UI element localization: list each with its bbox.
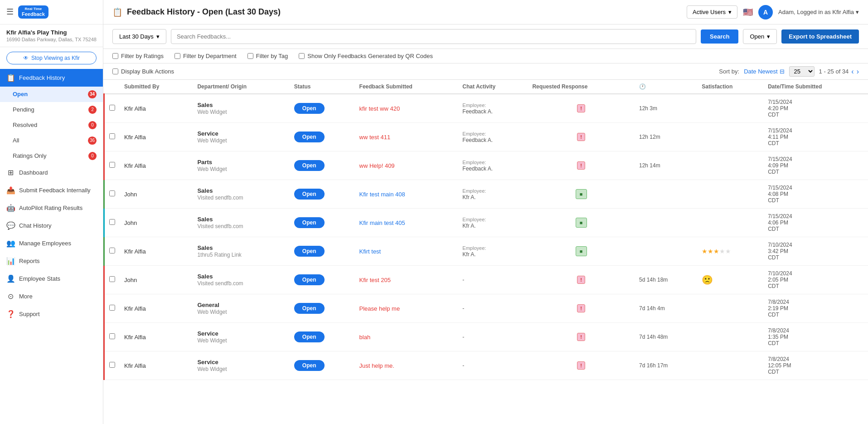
filter-tag-checkbox[interactable] bbox=[247, 53, 253, 59]
sidebar-item-support[interactable]: ❓ Support bbox=[0, 305, 103, 323]
status-badge[interactable]: Open bbox=[294, 217, 325, 228]
sort-date-label: Date Newest bbox=[744, 68, 777, 75]
row-checkbox-3[interactable] bbox=[109, 162, 115, 168]
row-checkbox-2[interactable] bbox=[109, 133, 115, 139]
sub-item-pending[interactable]: Pending 2 bbox=[0, 102, 103, 117]
sidebar-item-submit-feedback[interactable]: 📤 Submit Feedback Internally bbox=[0, 181, 103, 199]
feedback-cell[interactable]: Just help me. bbox=[355, 351, 458, 380]
status-badge[interactable]: Open bbox=[294, 132, 325, 142]
filter-tag-label[interactable]: Filter by Tag bbox=[247, 53, 288, 59]
status-cell: Open bbox=[290, 351, 355, 380]
bulk-actions-row: Display Bulk Actions Sort by: Date Newes… bbox=[103, 63, 868, 80]
filter-department-checkbox[interactable] bbox=[175, 53, 180, 59]
all-badge: 36 bbox=[88, 136, 97, 145]
sidebar-item-employee-stats[interactable]: 👤 Employee Stats bbox=[0, 270, 103, 288]
row-checkbox-10[interactable] bbox=[109, 362, 115, 368]
requested-badge: ! bbox=[577, 304, 585, 312]
requested-badge: ! bbox=[577, 276, 585, 284]
table-row: Kfir Alfia Parts Web Widget Open ww Help… bbox=[104, 151, 868, 180]
status-badge[interactable]: Open bbox=[294, 303, 325, 314]
satisfaction-cell bbox=[697, 209, 763, 237]
time-cell: 5d 14h 18m bbox=[635, 266, 697, 294]
row-checkbox-6[interactable] bbox=[109, 248, 115, 253]
sub-item-open[interactable]: Open 34 bbox=[0, 87, 103, 102]
sub-item-ratings-only[interactable]: Ratings Only 0 bbox=[0, 148, 103, 164]
feedback-cell[interactable]: Please help me bbox=[355, 294, 458, 323]
dept-origin: Web Widget bbox=[197, 166, 227, 172]
filter-department-label[interactable]: Filter by Department bbox=[175, 53, 237, 59]
sub-item-resolved[interactable]: Resolved 0 bbox=[0, 117, 103, 133]
sidebar-item-more[interactable]: ⊙ More bbox=[0, 288, 103, 305]
feedback-cell[interactable]: kfir test ww 420 bbox=[355, 94, 458, 123]
row-checkbox-5[interactable] bbox=[109, 219, 115, 225]
status-badge[interactable]: Open bbox=[294, 331, 325, 342]
filter-ratings-label[interactable]: Filter by Ratings bbox=[112, 53, 164, 59]
status-badge[interactable]: Open bbox=[294, 160, 325, 171]
feedback-cell[interactable]: Kfirt test bbox=[355, 237, 458, 266]
status-badge[interactable]: Open bbox=[294, 274, 325, 285]
datetime-cell: 7/10/20243:42 PMCDT bbox=[763, 237, 868, 266]
feedback-history-label: Feedback History bbox=[19, 74, 65, 81]
feedback-cell[interactable]: Kfir test 205 bbox=[355, 266, 458, 294]
prev-page-button[interactable]: ‹ bbox=[851, 68, 853, 76]
page-icon: 📋 bbox=[112, 7, 122, 17]
eye-icon: 👁 bbox=[23, 55, 29, 61]
department-cell: Service Web Widget bbox=[193, 351, 289, 380]
bulk-actions-label[interactable]: Display Bulk Actions bbox=[112, 68, 174, 75]
feedback-cell[interactable]: ww Help! 409 bbox=[355, 151, 458, 180]
sidebar-item-reports[interactable]: 📊 Reports bbox=[0, 252, 103, 270]
row-checkbox-8[interactable] bbox=[109, 305, 115, 311]
date-filter-button[interactable]: Last 30 Days ▾ bbox=[112, 29, 166, 44]
filter-qr-label[interactable]: Show Only Feedbacks Generated by QR Code… bbox=[299, 53, 433, 59]
feedback-cell[interactable]: ww test 411 bbox=[355, 123, 458, 151]
dept-origin: Visited sendfb.com bbox=[197, 280, 243, 287]
feedback-cell[interactable]: Kfir main test 405 bbox=[355, 209, 458, 237]
row-checkbox-4[interactable] bbox=[109, 190, 115, 196]
sidebar-item-chat-history[interactable]: 💬 Chat History bbox=[0, 217, 103, 234]
chat-history-label: Chat History bbox=[19, 222, 52, 229]
next-page-button[interactable]: › bbox=[857, 68, 859, 76]
status-badge[interactable]: Open bbox=[294, 246, 325, 257]
active-users-button[interactable]: Active Users ▾ bbox=[687, 5, 737, 19]
sort-date-button[interactable]: Date Newest ⊟ bbox=[744, 68, 784, 75]
requested-cell: ! bbox=[528, 151, 635, 180]
table-body: Kfir Alfia Sales Web Widget Open kfir te… bbox=[104, 94, 868, 380]
stop-viewing-button[interactable]: 👁 Stop Viewing as Kfir bbox=[6, 52, 97, 64]
sidebar-item-feedback-history[interactable]: 📋 Feedback History bbox=[0, 69, 103, 87]
sub-item-all[interactable]: All 36 bbox=[0, 133, 103, 148]
requested-badge: ! bbox=[577, 104, 585, 112]
feedback-cell[interactable]: Kfir test main 408 bbox=[355, 180, 458, 209]
bulk-actions-checkbox[interactable] bbox=[112, 68, 118, 74]
autopilot-icon: 🤖 bbox=[6, 204, 15, 212]
sidebar-item-autopilot[interactable]: 🤖 AutoPilot Rating Results bbox=[0, 199, 103, 217]
dept-name: Sales bbox=[197, 244, 213, 251]
chat-cell: - bbox=[458, 266, 528, 294]
export-button[interactable]: Export to Spreadsheet bbox=[781, 29, 859, 44]
chat-label: Employee: bbox=[462, 131, 486, 136]
requested-green: ■ bbox=[576, 218, 587, 228]
sidebar-item-manage-employees[interactable]: 👥 Manage Employees bbox=[0, 234, 103, 252]
hamburger-icon[interactable]: ☰ bbox=[6, 7, 14, 17]
per-page-select[interactable]: 25 50 100 bbox=[789, 66, 815, 77]
sidebar-item-dashboard[interactable]: ⊞ Dashboard bbox=[0, 164, 103, 181]
feedback-history-icon: 📋 bbox=[6, 73, 15, 82]
col-clock: 🕐 bbox=[635, 80, 697, 94]
row-checkbox-1[interactable] bbox=[109, 105, 115, 111]
status-badge[interactable]: Open bbox=[294, 189, 325, 200]
filter-qr-checkbox[interactable] bbox=[299, 53, 305, 59]
search-input[interactable] bbox=[171, 29, 696, 44]
status-badge[interactable]: Open bbox=[294, 103, 325, 114]
table-row: Kfir Alfia Sales 1thru5 Rating Link Open… bbox=[104, 237, 868, 266]
search-button[interactable]: Search bbox=[701, 29, 738, 44]
requested-badge: ! bbox=[577, 161, 585, 170]
status-badge[interactable]: Open bbox=[294, 360, 325, 371]
submitted-by-cell: Kfir Alfia bbox=[120, 294, 193, 323]
feedback-cell[interactable]: blah bbox=[355, 323, 458, 351]
open-filter-button[interactable]: Open ▾ bbox=[743, 29, 777, 44]
dept-origin: Web Widget bbox=[197, 137, 227, 144]
user-dropdown-icon[interactable]: ▾ bbox=[856, 9, 859, 15]
row-checkbox-9[interactable] bbox=[109, 333, 115, 339]
filter-ratings-checkbox[interactable] bbox=[112, 53, 118, 59]
page-title: Feedback History - Open (Last 30 Days) bbox=[127, 7, 281, 17]
row-checkbox-7[interactable] bbox=[109, 276, 115, 282]
